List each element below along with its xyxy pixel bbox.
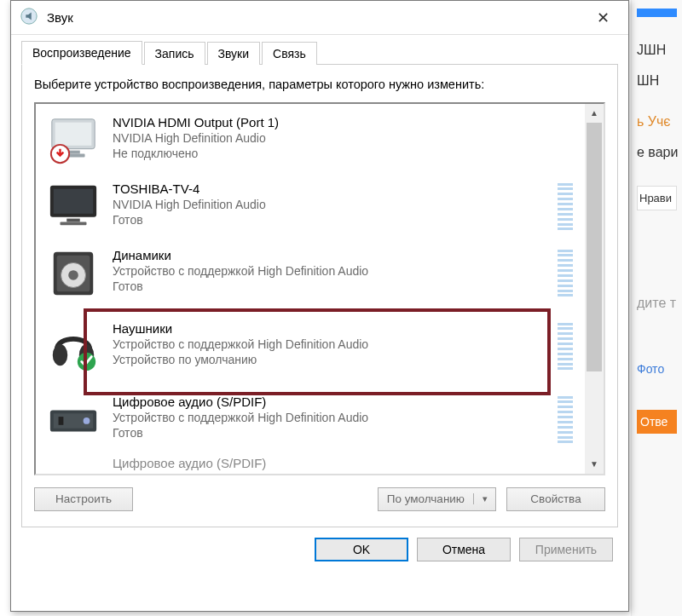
tab-recording[interactable]: Запись (144, 42, 205, 65)
set-default-button[interactable]: По умолчанию ▾ (378, 487, 496, 511)
bg-link[interactable]: Фото (637, 362, 677, 376)
level-meter-icon (558, 183, 573, 231)
level-meter-icon (558, 323, 573, 371)
background-header-bar (637, 9, 677, 17)
device-title: Динамики (113, 247, 368, 264)
window-title: Звук (47, 10, 586, 25)
device-action-row: Настроить По умолчанию ▾ Свойства (34, 487, 605, 511)
device-title: TOSHIBA-TV-4 (113, 181, 266, 198)
device-subtitle: Устройство с поддержкой High Definition … (113, 337, 368, 352)
device-item-headphones[interactable]: Наушники Устройство с поддержкой High De… (39, 308, 581, 385)
device-title: Наушники (113, 320, 368, 337)
properties-button[interactable]: Свойства (506, 487, 605, 511)
monitor-icon (46, 181, 101, 233)
device-item-spdif-1[interactable]: Цифровое аудио (S/PDIF) Устройство с под… (39, 389, 581, 452)
scroll-track[interactable] (585, 123, 604, 455)
bg-answer-button[interactable]: Отве (637, 410, 677, 434)
device-subtitle: NVIDIA High Definition Audio (113, 197, 266, 212)
device-item-speakers[interactable]: Динамики Устройство с поддержкой High De… (39, 242, 581, 305)
cancel-button[interactable]: Отмена (417, 538, 511, 561)
device-item-toshiba-tv[interactable]: TOSHIBA-TV-4 NVIDIA High Definition Audi… (39, 176, 581, 239)
scrollbar[interactable]: ▲ ▼ (585, 104, 604, 474)
svg-rect-7 (54, 188, 94, 213)
device-title: Цифровое аудио (S/PDIF) (113, 394, 368, 411)
svg-rect-19 (59, 417, 64, 425)
bg-text: е вари (637, 145, 677, 160)
svg-point-14 (53, 344, 67, 366)
chevron-down-icon[interactable]: ▾ (473, 493, 495, 504)
sound-icon (20, 7, 47, 28)
dialog-footer: OK Отмена Применить (11, 527, 628, 575)
device-status: Готов (113, 279, 368, 294)
scroll-up-icon[interactable]: ▲ (585, 104, 604, 123)
ok-button[interactable]: OK (315, 538, 408, 561)
device-listbox: NVIDIA HDMI Output (Port 1) NVIDIA High … (34, 102, 605, 475)
instruction-text: Выберите устройство воспроизведения, пар… (34, 77, 605, 94)
titlebar: Звук ✕ (11, 1, 628, 35)
svg-rect-9 (61, 222, 87, 225)
svg-rect-8 (66, 218, 80, 222)
device-title: Цифровое аудио (S/PDIF) (113, 455, 266, 470)
tabs: Воспроизведение Запись Звуки Связь (21, 40, 618, 65)
device-subtitle: Устройство с поддержкой High Definition … (113, 410, 368, 425)
device-list[interactable]: NVIDIA HDMI Output (Port 1) NVIDIA High … (36, 104, 585, 474)
close-button[interactable]: ✕ (586, 1, 620, 35)
monitor-disconnected-icon (46, 114, 101, 167)
bg-text: ШН (637, 73, 677, 89)
tab-sounds[interactable]: Звуки (207, 42, 261, 65)
spdif-icon (46, 394, 101, 446)
device-status: Готов (113, 425, 368, 440)
tab-area: Воспроизведение Запись Звуки Связь Выбер… (11, 35, 628, 527)
tab-content-playback: Выберите устройство воспроизведения, пар… (21, 65, 618, 527)
configure-button[interactable]: Настроить (34, 487, 133, 511)
speaker-icon (46, 247, 101, 300)
set-default-label: По умолчанию (379, 492, 473, 505)
tab-playback[interactable]: Воспроизведение (21, 41, 142, 65)
background-page: ЈШН ШН ь Учє е вари Нрави дите т Фото От… (631, 0, 682, 616)
svg-point-20 (84, 417, 90, 424)
bg-text: дите т (637, 296, 677, 311)
headphones-default-icon (46, 320, 101, 373)
sound-dialog: Звук ✕ Воспроизведение Запись Звуки Связ… (10, 0, 629, 612)
level-meter-icon (558, 250, 573, 297)
device-subtitle: Устройство с поддержкой High Definition … (113, 263, 368, 279)
spdif-icon (46, 455, 101, 467)
device-title: NVIDIA HDMI Output (Port 1) (113, 114, 279, 131)
apply-button[interactable]: Применить (519, 538, 613, 561)
bg-box: Нрави (637, 186, 677, 210)
device-status: Не подключено (113, 146, 279, 161)
scroll-thumb[interactable] (587, 123, 602, 372)
device-item-nvidia-hdmi[interactable]: NVIDIA HDMI Output (Port 1) NVIDIA High … (39, 109, 581, 172)
device-status: Готов (113, 212, 266, 227)
tab-communications[interactable]: Связь (262, 42, 317, 65)
device-item-spdif-2[interactable]: Цифровое аудио (S/PDIF) (39, 455, 581, 470)
device-status: Устройство по умолчанию (113, 352, 368, 367)
bg-text: ь Учє (637, 114, 677, 130)
svg-point-13 (68, 270, 78, 280)
scroll-down-icon[interactable]: ▼ (585, 455, 604, 474)
bg-text: ЈШН (637, 43, 677, 58)
svg-rect-2 (55, 122, 92, 145)
device-subtitle: NVIDIA High Definition Audio (113, 130, 279, 146)
level-meter-icon (558, 396, 573, 444)
